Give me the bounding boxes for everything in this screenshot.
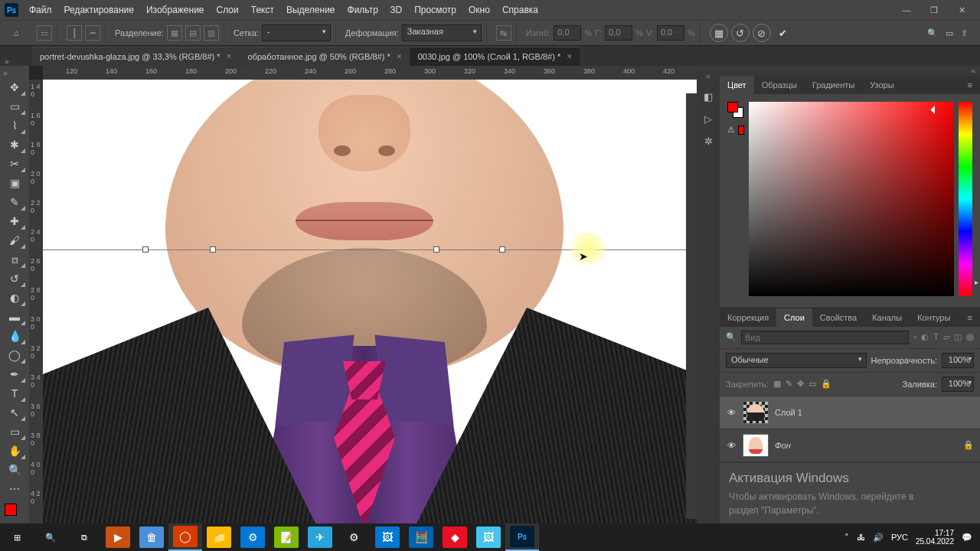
- vdist-input[interactable]: 0,0: [657, 25, 684, 41]
- wand-tool[interactable]: ✱: [3, 135, 26, 154]
- warp-handle[interactable]: [142, 246, 149, 253]
- start-button[interactable]: ⊞: [0, 523, 34, 551]
- marquee-tool[interactable]: ▭: [3, 97, 26, 116]
- filter-adjust-icon[interactable]: ◐: [921, 332, 929, 342]
- tab-gradients[interactable]: Градиенты: [805, 76, 862, 94]
- lasso-tool[interactable]: ⌇: [3, 116, 26, 135]
- actions-icon[interactable]: ▷: [704, 113, 712, 125]
- tray-clock[interactable]: 17:1725.04.2022: [916, 529, 954, 546]
- menu-window[interactable]: Окно: [462, 2, 496, 18]
- taskbar-app[interactable]: 🧮: [404, 523, 438, 551]
- tab-patterns[interactable]: Узоры: [862, 76, 901, 94]
- fg-bg-swatch[interactable]: [727, 102, 744, 119]
- visibility-icon[interactable]: 👁: [726, 408, 737, 417]
- menu-select[interactable]: Выделение: [280, 2, 341, 18]
- taskbar-app[interactable]: ◆: [438, 523, 472, 551]
- tray-volume-icon[interactable]: 🔊: [873, 533, 884, 543]
- dodge-tool[interactable]: ◯: [3, 346, 26, 364]
- close-icon[interactable]: ×: [397, 51, 402, 62]
- menu-image[interactable]: Изображение: [140, 2, 211, 18]
- eraser-tool[interactable]: ◐: [3, 289, 26, 307]
- brush-settings-icon[interactable]: ✲: [704, 135, 713, 147]
- search-icon[interactable]: 🔍: [726, 332, 737, 342]
- hue-slider[interactable]: [959, 102, 972, 296]
- menu-edit[interactable]: Редактирование: [58, 2, 140, 18]
- saturation-value-field[interactable]: ◤: [749, 102, 954, 296]
- menu-file[interactable]: Файл: [23, 2, 58, 18]
- filter-smart-icon[interactable]: ◫: [954, 332, 962, 342]
- layer-item[interactable]: 👁 Фон 🔒: [720, 429, 980, 462]
- ruler-horizontal[interactable]: 120140 160180 200220 240260 280300 32034…: [43, 66, 697, 80]
- orientation-icon[interactable]: ↹: [496, 25, 511, 41]
- lock-nest-icon[interactable]: ▭: [808, 379, 816, 389]
- menu-3d[interactable]: 3D: [384, 2, 408, 18]
- commit-transform-icon[interactable]: ✔: [774, 24, 792, 42]
- toggle-mesh-icon[interactable]: ▦: [710, 24, 728, 42]
- lock-paint-icon[interactable]: ✎: [786, 379, 792, 389]
- layer-filter-input[interactable]: [741, 331, 909, 344]
- tab-swatches[interactable]: Образцы: [754, 76, 805, 94]
- tab-color[interactable]: Цвет: [720, 76, 754, 94]
- eyedropper-tool[interactable]: ✎: [3, 193, 26, 211]
- taskbar-app[interactable]: ⚙: [337, 523, 371, 551]
- blend-mode-select[interactable]: Обычные: [726, 353, 867, 368]
- gradient-tool[interactable]: ▬: [3, 308, 26, 326]
- window-maximize[interactable]: ❐: [920, 2, 948, 18]
- tab-channels[interactable]: Каналы: [864, 308, 910, 327]
- warp-handle[interactable]: [499, 246, 505, 253]
- heal-tool[interactable]: ✚: [3, 212, 26, 230]
- layer-item[interactable]: 👁 Слой 1: [720, 396, 980, 429]
- lock-trans-icon[interactable]: ▦: [773, 379, 781, 389]
- grid-select[interactable]: -: [262, 24, 331, 41]
- taskbar-app-photoshop[interactable]: Ps: [505, 523, 539, 551]
- layer-name[interactable]: Фон: [775, 441, 957, 450]
- tab-layers[interactable]: Слои: [776, 308, 812, 327]
- scrollbar-vertical[interactable]: [686, 93, 697, 519]
- ruler-vertical[interactable]: 1 4 01 6 0 1 8 02 0 0 2 2 02 4 0 2 6 02 …: [29, 80, 43, 530]
- split-mode-3[interactable]: ▥: [204, 25, 219, 41]
- panel-menu-icon[interactable]: ≡: [960, 76, 980, 94]
- warp-handle[interactable]: [433, 246, 439, 253]
- tray-chevron-icon[interactable]: ˄: [844, 533, 849, 543]
- close-icon[interactable]: ×: [227, 51, 232, 62]
- search-icon[interactable]: 🔍: [927, 28, 938, 38]
- blur-tool[interactable]: 💧: [3, 327, 26, 345]
- doc-tab-3[interactable]: 0030.jpg @ 100% (Слой 1, RGB/8#) *×: [410, 47, 580, 66]
- nearest-color-swatch[interactable]: [738, 126, 744, 135]
- frame-tool[interactable]: ▣: [3, 174, 26, 192]
- filter-toggle[interactable]: [966, 334, 974, 341]
- split-mode-1[interactable]: ▦: [167, 25, 182, 41]
- visibility-icon[interactable]: 👁: [726, 441, 737, 450]
- tab-adjustments[interactable]: Коррекция: [720, 308, 776, 327]
- menu-filter[interactable]: Фильтр: [341, 2, 384, 18]
- tab-properties[interactable]: Свойства: [812, 308, 864, 327]
- notifications-icon[interactable]: 💬: [962, 533, 972, 543]
- taskbar-app[interactable]: 📝: [270, 523, 303, 551]
- taskbar-app[interactable]: 🖼: [371, 523, 404, 551]
- taskbar-app[interactable]: ▶: [101, 523, 135, 551]
- filter-type-icon[interactable]: T: [933, 332, 939, 342]
- shape-tool[interactable]: ▭: [3, 422, 26, 441]
- stamp-tool[interactable]: ⧈: [3, 250, 26, 269]
- menu-view[interactable]: Просмотр: [408, 2, 462, 18]
- hdist-input[interactable]: 0,0: [605, 25, 632, 41]
- reset-icon[interactable]: ↺: [731, 24, 750, 42]
- opacity-input[interactable]: 100%: [942, 353, 974, 368]
- fill-input[interactable]: 100%: [942, 377, 974, 392]
- transform-icon[interactable]: ▭: [37, 25, 52, 41]
- taskbar-app[interactable]: 🖼: [472, 523, 505, 551]
- share-icon[interactable]: ⇪: [961, 28, 968, 38]
- taskbar-app[interactable]: 📁: [202, 523, 236, 551]
- taskbar-app[interactable]: 🗑: [135, 523, 168, 551]
- close-icon[interactable]: ×: [567, 51, 572, 62]
- warp-handle[interactable]: [210, 246, 216, 253]
- window-minimize[interactable]: —: [893, 2, 920, 18]
- taskbar-app[interactable]: ⚙: [236, 523, 270, 551]
- taskbar-app[interactable]: ◯: [168, 523, 202, 551]
- more-tools[interactable]: ⋯: [3, 480, 26, 498]
- arrange-icon[interactable]: ▭: [946, 28, 953, 38]
- panel-menu-icon[interactable]: ≡: [960, 308, 980, 327]
- lock-all-icon[interactable]: 🔒: [821, 379, 831, 389]
- layer-thumbnail[interactable]: [743, 434, 769, 457]
- home-icon[interactable]: ⌂: [5, 23, 28, 43]
